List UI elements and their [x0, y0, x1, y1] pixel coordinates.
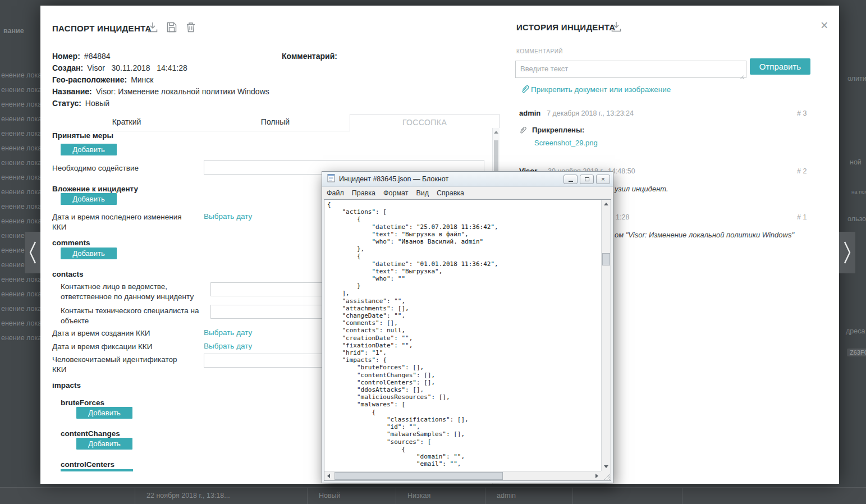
field-label: Гео-расположение:	[52, 75, 127, 84]
field-created: Создан:Visor 30.11.2018 14:41:28	[52, 63, 187, 72]
background-right-fragment: дреса у	[846, 327, 866, 335]
background-row-fragment: енение лока	[1, 319, 42, 327]
field-value: #84884	[84, 52, 111, 61]
background-right-fragment: олити	[847, 75, 866, 83]
choose-date-link-3[interactable]: Выбрать дату	[204, 342, 252, 350]
section-comments: comments	[52, 239, 90, 247]
scroll-up-arrow[interactable]	[494, 131, 498, 134]
send-button[interactable]: Отправить	[750, 58, 810, 75]
field-value: Visor: Изменение локальной политики Wind…	[96, 87, 269, 96]
attachment-file-link[interactable]: Screenshot_29.png	[534, 139, 598, 147]
menu-format[interactable]: Формат	[383, 189, 408, 197]
prev-incident-arrow[interactable]	[25, 232, 40, 273]
background-row-fragment: енение лока	[1, 144, 42, 152]
attach-document-link[interactable]: Прикрепить документ или изображение	[531, 85, 671, 94]
attachment-icon	[519, 126, 526, 136]
hrid-label: Человекочитаемый идентификатор ККИ	[52, 355, 187, 375]
section-attachment: Вложение к инциденту	[52, 185, 138, 193]
notepad-body: { "actions": [ { "datetime": "25.07.2018…	[324, 199, 611, 481]
field-label: Комментарий:	[282, 52, 337, 61]
tech-contact-label: Контакты технического специалиста на объ…	[61, 306, 205, 326]
background-row-fragment: енение лока	[1, 173, 42, 181]
scroll-down-arrow[interactable]	[604, 465, 608, 468]
entry-number: # 1	[797, 213, 807, 221]
table-cell	[0, 488, 135, 504]
background-row-fragment: енение лока	[1, 71, 42, 79]
scroll-up-arrow[interactable]	[604, 203, 608, 205]
section-content-changes: contentChanges	[61, 429, 120, 438]
section-taken-measures: Принятые меры	[52, 131, 113, 140]
table-cell-severity: Низкая	[396, 488, 485, 504]
delete-icon[interactable]	[185, 21, 196, 35]
background-row-fragment: енение лока	[1, 86, 42, 94]
table-cell-date: 22 ноября 2018 г., 13:18...	[135, 488, 307, 504]
background-row-fragment: енение лока	[1, 305, 42, 313]
table-cell	[572, 488, 682, 504]
maximize-button[interactable]	[580, 175, 594, 184]
section-contacts: contacts	[52, 270, 84, 278]
window-close-button[interactable]: ×	[596, 175, 610, 184]
background-right-fragment: на пол	[851, 189, 866, 195]
history-download-icon[interactable]	[611, 21, 622, 35]
table-cell	[682, 488, 866, 504]
vertical-scroll-thumb[interactable]	[602, 253, 610, 265]
passport-title: ПАСПОРТ ИНЦИДЕНТА	[52, 24, 152, 33]
notepad-app-icon	[327, 173, 335, 185]
background-right-fragment: ной	[850, 158, 862, 166]
add-controlcenter-button-clipped[interactable]	[61, 469, 133, 471]
entry-text-fragment: ом "Visor: Изменение локальной политики …	[615, 231, 794, 239]
download-icon[interactable]	[147, 21, 158, 35]
scroll-left-arrow[interactable]	[327, 474, 330, 478]
attached-label: Прикреплены:	[532, 126, 584, 134]
field-label: Номер:	[52, 52, 80, 61]
tab-short[interactable]: Краткий	[52, 114, 201, 131]
menu-file[interactable]: Файл	[327, 189, 344, 197]
entry-text-fragment: узил инцидент.	[615, 185, 668, 193]
notepad-window[interactable]: Инцидент #83645.json — Блокнот × Файл Пр…	[322, 171, 613, 483]
background-table-row: 22 ноября 2018 г., 13:18... Новый Низкая…	[0, 487, 866, 504]
vertical-scrollbar[interactable]	[601, 200, 611, 471]
add-bruteforce-button[interactable]: Добавить	[76, 407, 132, 419]
last-change-date-label: Дата и время последнего изменения ККИ	[52, 212, 195, 232]
entry-date: 7 декабря 2018 г., 13:23:24	[547, 109, 634, 117]
assistance-label: Необходимо содействие	[52, 163, 139, 173]
next-incident-arrow[interactable]	[839, 232, 855, 273]
horizontal-scrollbar[interactable]	[324, 471, 601, 480]
field-value: Visor 30.11.2018 14:41:28	[87, 63, 187, 72]
resize-grip[interactable]	[601, 471, 611, 480]
horizontal-scroll-thumb[interactable]	[335, 472, 503, 480]
comment-input[interactable]	[515, 61, 746, 78]
notepad-text[interactable]: { "actions": [ { "datetime": "25.07.2018…	[324, 200, 601, 471]
field-status: Статус:Новый	[52, 99, 109, 108]
textarea-resize-grip[interactable]	[740, 72, 745, 82]
field-geo: Гео-расположение:Минск	[52, 75, 153, 84]
save-icon[interactable]	[166, 21, 177, 35]
background-row-fragment: енение лока	[1, 188, 42, 196]
choose-date-link-1[interactable]: Выбрать дату	[204, 212, 252, 221]
table-cell-user: admin	[485, 488, 572, 504]
add-attachment-button[interactable]: Добавить	[61, 193, 117, 205]
entry-date-fragment: 1:28	[616, 213, 629, 221]
minimize-button[interactable]	[563, 175, 578, 184]
entry-number: # 3	[797, 109, 807, 117]
choose-date-link-2[interactable]: Выбрать дату	[204, 328, 252, 337]
tab-gossopka[interactable]: ГОССОПКА	[350, 114, 500, 131]
background-right-fragment: ользов	[847, 215, 866, 223]
field-value: Новый	[85, 99, 109, 108]
scroll-right-arrow[interactable]	[595, 474, 598, 478]
history-title: ИСТОРИЯ ИНЦИДЕНТА	[516, 22, 615, 32]
menu-edit[interactable]: Правка	[352, 189, 375, 197]
field-label: Статус:	[52, 99, 81, 108]
close-icon[interactable]: ×	[821, 19, 828, 32]
notepad-titlebar[interactable]: Инцидент #83645.json — Блокнот ×	[322, 172, 613, 187]
add-measure-button[interactable]: Добавить	[61, 144, 117, 155]
add-comment-button[interactable]: Добавить	[61, 248, 117, 259]
background-row-fragment: енение лока	[1, 159, 42, 167]
tab-full[interactable]: Полный	[201, 114, 350, 131]
section-impacts: impacts	[52, 381, 81, 390]
menu-view[interactable]: Вид	[416, 189, 429, 197]
background-row-fragment: енение лока	[1, 203, 42, 210]
add-contentchange-button[interactable]: Добавить	[76, 438, 132, 450]
menu-help[interactable]: Справка	[437, 189, 464, 197]
field-value: Минск	[131, 75, 153, 84]
